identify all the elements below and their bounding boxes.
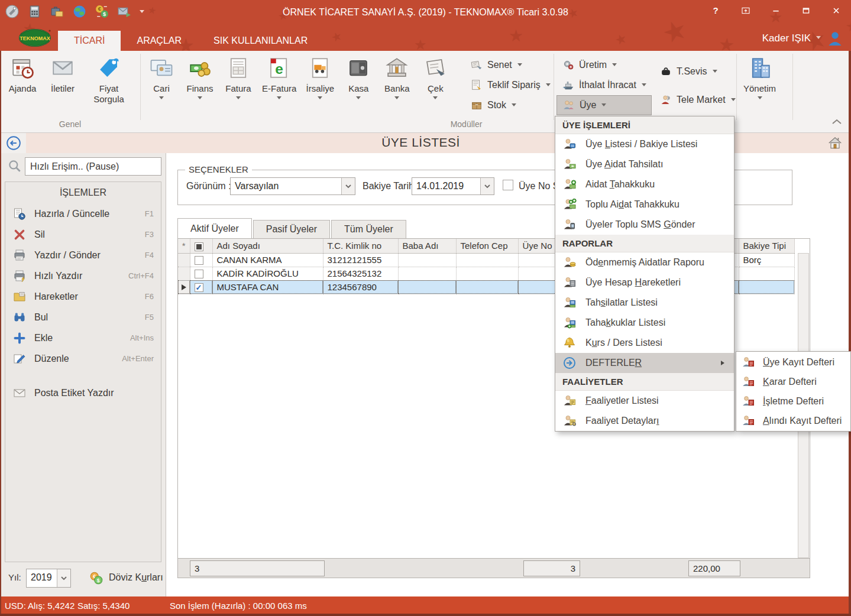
year-select[interactable]: 2019 xyxy=(26,569,71,588)
ribbon-button-tele-market[interactable]: Tele Market xyxy=(654,90,741,110)
chevron-down-icon[interactable] xyxy=(57,569,70,587)
view-tab-tum-uyeler[interactable]: Tüm Üyeler xyxy=(331,220,406,238)
ribbon-button-banka[interactable]: Banka xyxy=(379,53,415,102)
menu-item-odenmemis-aidatlar-raporu[interactable]: Ödenmemiş Aidatlar Raporu xyxy=(555,252,734,273)
ribbon-button-e-fatura[interactable]: eE-Fatura xyxy=(259,53,299,102)
menu-item-uye-aidat-tahsilati[interactable]: Üye Aidat Tahsilatı xyxy=(555,154,734,174)
row-checkbox[interactable] xyxy=(195,256,203,265)
submenu-item-uye-kayit-defteri[interactable]: Üye Kayıt Defteri xyxy=(736,352,850,372)
ribbon-button-i-thalat-i-hracat[interactable]: İthalat İhracat xyxy=(556,75,652,95)
ribbon-button-cek[interactable]: Çek xyxy=(418,53,453,102)
ribbon-button-finans[interactable]: Finans xyxy=(182,53,218,102)
row-checkbox[interactable]: ✓ xyxy=(195,283,203,292)
menu-item-uye-listesi-bakiye-listesi[interactable]: Üye Listesi / Bakiye Listesi xyxy=(555,134,734,154)
submenu-item-karar-defteri[interactable]: Karar Defteri xyxy=(736,372,850,391)
tab-araclar[interactable]: ARAÇLAR xyxy=(121,31,198,51)
user-menu[interactable]: Kader IŞIK xyxy=(762,30,844,47)
action-hazirla-guncelle[interactable]: Hazırla / GüncelleF1 xyxy=(5,203,161,224)
menu-item-kurs-ders-listesi[interactable]: Kurs / Ders Listesi xyxy=(555,333,734,353)
minimize-icon[interactable] xyxy=(771,6,781,15)
action-sil[interactable]: SilF3 xyxy=(5,224,161,245)
column-header-telefon-cep[interactable]: Telefon Cep xyxy=(456,239,518,253)
home-icon[interactable] xyxy=(827,135,843,151)
ribbon-options-icon[interactable] xyxy=(740,6,751,15)
action-label: Yazdır / Gönder xyxy=(34,250,137,261)
menu-item-tahakkuklar-listesi[interactable]: Tahakkuklar Listesi xyxy=(555,313,734,333)
action-posta-etiket-yazdir[interactable]: Posta Etiket Yazdır xyxy=(5,382,161,403)
binoculars-icon xyxy=(12,310,27,325)
action-hareketler[interactable]: HareketlerF6 xyxy=(5,286,161,307)
menu-item-defterler[interactable]: DEFTERLER xyxy=(555,353,734,373)
uye-no-checkbox[interactable] xyxy=(503,180,513,190)
ribbon-button-i-rsaliye[interactable]: İrsaliye xyxy=(302,53,338,102)
action-duzenle[interactable]: DüzenleAlt+Enter xyxy=(5,348,161,369)
briefcase-icon[interactable] xyxy=(50,4,64,19)
ribbon-button-yonetim[interactable]: Yönetim xyxy=(740,53,779,102)
ribbon-button-uye[interactable]: Üye xyxy=(556,95,652,115)
column-header-bakiye-tipi[interactable]: Bakiye Tipi xyxy=(739,239,794,253)
view-tab-aktif-uyeler[interactable]: Aktif Üyeler xyxy=(177,218,252,238)
select-all-checkbox[interactable] xyxy=(190,239,212,253)
submenu-item-i-sletme-defteri[interactable]: İşletme Defteri xyxy=(736,391,850,411)
ribbon-button-uretim[interactable]: Üretim xyxy=(556,55,652,75)
ribbon-button-fiyat-sorgula[interactable]: Fiyat Sorgula xyxy=(85,53,132,105)
currency-exchange-icon[interactable]: €$ xyxy=(95,4,109,19)
menu-item-aidat-tahakkuku[interactable]: Aidat Tahakkuku xyxy=(555,174,734,194)
menu-item-uye-hesap-hareketleri[interactable]: Üye Hesap Hareketleri xyxy=(555,273,734,293)
view-tab-pasif-uyeler[interactable]: Pasif Üyeler xyxy=(253,220,330,238)
ribbon-button-kasa[interactable]: Kasa xyxy=(341,53,376,102)
teknomax-logo-icon[interactable]: TEKNOMAX xyxy=(15,27,57,48)
row-checkbox-cell[interactable] xyxy=(190,253,212,267)
column-header-baba-adi[interactable]: Baba Adı xyxy=(398,239,456,253)
submenu-item-alindi-kayit-defteri[interactable]: Alındı Kayıt Defteri xyxy=(736,411,850,430)
yonetim-icon xyxy=(748,56,772,80)
row-checkbox-cell[interactable]: ✓ xyxy=(190,280,212,294)
mail-forward-icon[interactable] xyxy=(117,4,132,19)
action-yazdir-gonder[interactable]: Yazdır / GönderF4 xyxy=(5,245,161,265)
tab-ti-cari[interactable]: TİCARİ xyxy=(58,31,121,51)
toolbar-options-icon[interactable] xyxy=(140,10,144,15)
search-input[interactable] xyxy=(25,157,161,176)
maximize-icon[interactable] xyxy=(801,6,811,15)
menu-item-uyeler-toplu-sms-gonder[interactable]: Üyeler Toplu SMS Gönder xyxy=(555,215,734,235)
collapse-ribbon-icon[interactable] xyxy=(831,118,842,125)
tab-sik-kullanilanlar[interactable]: SIK KULLANILANLAR xyxy=(198,31,323,51)
action-ekle[interactable]: EkleAlt+Ins xyxy=(5,328,161,348)
view-select[interactable]: Varsayılan xyxy=(230,177,355,195)
chevron-down-icon[interactable] xyxy=(341,178,355,194)
menu-item-toplu-aidat-tahakkuku[interactable]: Toplu Aidat Tahakkuku xyxy=(555,194,734,215)
action-bul[interactable]: BulF5 xyxy=(5,307,161,328)
close-icon[interactable] xyxy=(831,6,842,15)
ribbon-button-stok[interactable]: Stok xyxy=(465,95,556,115)
ribbon-button-ajanda[interactable]: Ajanda xyxy=(5,53,40,105)
action-hizli-yazdir[interactable]: Hızlı YazdırCtrl+F4 xyxy=(5,265,161,286)
ribbon-button-fatura[interactable]: Fatura xyxy=(221,53,256,102)
row-checkbox[interactable] xyxy=(195,270,203,278)
balance-date-select[interactable]: 14.01.2019 xyxy=(412,177,494,195)
calculator-icon[interactable] xyxy=(27,4,42,19)
chevron-down-icon xyxy=(601,103,606,109)
menu-item-faaliyet-detaylari[interactable]: Faaliyet Detayları xyxy=(555,411,734,431)
ribbon-button-teklif-siparis[interactable]: Teklif Sipariş xyxy=(465,75,556,95)
radar-icon[interactable] xyxy=(5,4,20,19)
ribbon-button-cari[interactable]: Cari xyxy=(144,53,179,102)
menu-item-faaliyetler-listesi[interactable]: Faaliyetler Listesi xyxy=(555,391,734,411)
column-header-t-c-kimlik-no[interactable]: T.C. Kimlik no xyxy=(323,239,398,253)
chevron-down-icon[interactable] xyxy=(480,178,494,194)
table-cell: KADİR KADİROĞLU xyxy=(212,267,323,280)
help-button[interactable]: ? xyxy=(710,6,721,15)
ribbon-button-i-letiler[interactable]: İletiler xyxy=(45,53,80,105)
action-shortcut: F3 xyxy=(145,230,154,239)
table-cell: 1234567890 xyxy=(323,280,398,294)
row-checkbox-cell[interactable] xyxy=(190,267,212,280)
ribbon-button-senet[interactable]: Senet xyxy=(465,55,556,75)
currency-rates-link[interactable]: Döviz Kurları xyxy=(109,572,163,583)
globe-icon[interactable] xyxy=(72,4,87,19)
menu-item-tahsilatlar-listesi[interactable]: Tahsilatlar Listesi xyxy=(555,293,734,313)
ribbon-button-label: İrsaliye xyxy=(306,83,335,94)
action-shortcut: F1 xyxy=(145,209,154,218)
column-header-adi-soyadi[interactable]: Adı Soyadı xyxy=(212,239,323,253)
ribbon-button-t-sevis[interactable]: T.Sevis xyxy=(654,61,741,82)
grid-footer: 3 3 220,00 xyxy=(178,558,810,578)
back-icon[interactable] xyxy=(6,135,21,151)
